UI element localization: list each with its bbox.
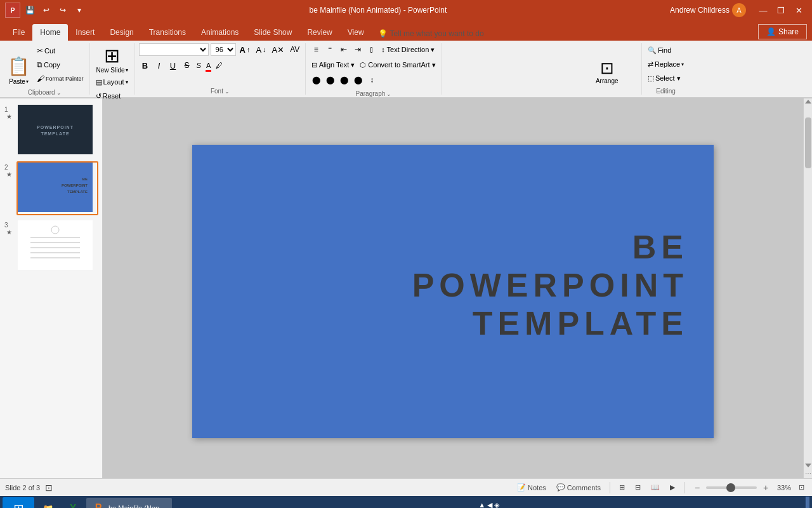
- font-size-select[interactable]: 96: [211, 43, 236, 56]
- strikethrough-button[interactable]: S: [181, 59, 193, 72]
- char-spacing-button[interactable]: AV: [288, 43, 301, 56]
- start-button[interactable]: ⊞: [3, 497, 34, 508]
- share-label: Share: [778, 27, 799, 36]
- tab-design[interactable]: Design: [102, 24, 141, 41]
- undo-quickaccess[interactable]: ↩: [39, 3, 53, 17]
- slide-thumb-1[interactable]: [16, 104, 98, 157]
- title-bar-controls: Andrew Childress A — ❐ ✕: [670, 3, 807, 17]
- fit-page-button[interactable]: ⊡: [796, 482, 807, 493]
- scroll-up-arrow[interactable]: [805, 100, 811, 104]
- format-painter-button[interactable]: 🖌 Format Painter: [35, 72, 86, 85]
- line-spacing-button[interactable]: ↕: [365, 74, 378, 86]
- font-color-button[interactable]: A: [204, 59, 213, 72]
- underline-button[interactable]: U: [167, 59, 180, 72]
- slideshow-icon: ▶: [670, 483, 675, 491]
- text-shadow-button[interactable]: S: [195, 59, 203, 72]
- show-desktop-button[interactable]: [806, 497, 809, 508]
- clear-format-button[interactable]: A✕: [270, 43, 286, 56]
- share-button[interactable]: 👤 Share: [758, 24, 807, 39]
- share-icon: 👤: [766, 27, 776, 36]
- reading-view-button[interactable]: 📖: [648, 482, 662, 493]
- restore-button[interactable]: ❐: [773, 3, 789, 17]
- tab-file[interactable]: File: [5, 24, 32, 41]
- numbering-button[interactable]: ⁼: [324, 43, 336, 56]
- tab-view[interactable]: View: [340, 24, 372, 41]
- align-text-button[interactable]: ⊟ Align Text ▾: [310, 58, 357, 71]
- text-direction-button[interactable]: ↕ Text Direction ▾: [379, 43, 436, 56]
- slide-item-2[interactable]: 2 ★: [4, 161, 98, 215]
- format-painter-icon: 🖌: [37, 74, 44, 83]
- taskbar-app-excel[interactable]: X: [61, 498, 85, 508]
- status-right: 📝 Notes 💬 Comments ⊞ ⊟ 📖 ▶ − + 33%: [514, 481, 807, 494]
- para-row1: ≡ ⁼ ⇤ ⇥ ⫿ ↕ Text Direction ▾: [310, 43, 436, 56]
- copy-label: Copy: [44, 61, 60, 69]
- tell-me-button[interactable]: 💡 Tell me what you want to do: [372, 27, 490, 41]
- find-button[interactable]: 🔍 Find: [646, 44, 686, 57]
- layout-button[interactable]: ▤ Layout ▾: [94, 76, 131, 88]
- paste-button[interactable]: 📋 Paste ▾: [4, 43, 34, 86]
- columns-button[interactable]: ⫿: [365, 43, 378, 56]
- cut-label: Cut: [44, 47, 55, 55]
- normal-view-button[interactable]: ⊞: [617, 482, 627, 493]
- italic-button[interactable]: I: [153, 59, 166, 72]
- slide-thumb-2[interactable]: [16, 161, 98, 215]
- minimize-button[interactable]: —: [755, 3, 771, 17]
- fit-slide-icon[interactable]: ⊡: [45, 483, 53, 493]
- align-center-button[interactable]: ⬤: [324, 74, 336, 86]
- highlight-color-button[interactable]: 🖊: [214, 59, 225, 72]
- copy-button[interactable]: ⧉ Copy: [35, 58, 86, 71]
- align-left-button[interactable]: ⬤: [310, 74, 322, 86]
- cut-button[interactable]: ✂ Cut: [35, 44, 86, 57]
- tell-me-icon: 💡: [378, 29, 388, 38]
- zoom-slider-thumb: [726, 483, 735, 492]
- font-expand[interactable]: ⌄: [225, 88, 230, 95]
- paragraph-expand[interactable]: ⌄: [386, 91, 391, 97]
- replace-button[interactable]: ⇄ Replace ▾: [646, 58, 686, 70]
- taskbar-app-powerpoint[interactable]: P be Mainfile (Non ...: [86, 498, 172, 508]
- redo-quickaccess[interactable]: ↪: [56, 3, 70, 17]
- tab-transitions[interactable]: Transitions: [141, 24, 193, 41]
- slide-panel[interactable]: 1 ★ 2 ★ 3 ★: [0, 98, 103, 478]
- notes-button[interactable]: 📝 Notes: [514, 482, 549, 493]
- increase-font-button[interactable]: A↑: [238, 43, 252, 56]
- slide-item-3[interactable]: 3 ★: [4, 219, 98, 273]
- tab-home[interactable]: Home: [32, 24, 68, 41]
- slideshow-button[interactable]: ▶: [667, 482, 678, 493]
- tab-animations[interactable]: Animations: [193, 24, 246, 41]
- scroll-down-arrow[interactable]: [805, 464, 811, 467]
- new-slide-button[interactable]: ⊞ New Slide ▾: [94, 43, 131, 75]
- slide-item-1[interactable]: 1 ★: [4, 104, 98, 157]
- clipboard-expand[interactable]: ⌄: [56, 90, 62, 96]
- align-right-button[interactable]: ⬤: [337, 74, 350, 86]
- comments-button[interactable]: 💬 Comments: [554, 482, 603, 493]
- bullets-button[interactable]: ≡: [310, 43, 322, 56]
- clipboard-group-label: Clipboard ⌄: [4, 88, 86, 96]
- dec-indent-button[interactable]: ⇤: [337, 43, 350, 56]
- save-quickaccess[interactable]: 💾: [23, 3, 37, 17]
- close-button[interactable]: ✕: [790, 3, 807, 17]
- vertical-scrollbar[interactable]: ⋯: [803, 98, 812, 478]
- justify-button[interactable]: ⬤: [351, 74, 364, 86]
- zoom-slider[interactable]: [706, 486, 757, 489]
- slide-main-canvas[interactable]: BE POWERPOINT TEMPLATE: [192, 145, 714, 438]
- scroll-thumb-v[interactable]: [805, 117, 811, 168]
- inc-indent-button[interactable]: ⇥: [351, 43, 364, 56]
- tab-review[interactable]: Review: [299, 24, 339, 41]
- customize-quickaccess[interactable]: ▾: [72, 3, 86, 17]
- convert-smartart-button[interactable]: ⬡ Convert to SmartArt ▾: [358, 58, 437, 71]
- slide-thumb-3[interactable]: [16, 219, 98, 273]
- zoom-plus-button[interactable]: +: [759, 481, 772, 494]
- decrease-font-button[interactable]: A↓: [254, 43, 268, 56]
- slide-sorter-button[interactable]: ⊟: [632, 482, 643, 493]
- zoom-level[interactable]: 33%: [777, 484, 791, 491]
- normal-view-icon: ⊞: [619, 483, 625, 491]
- taskbar-app-explorer[interactable]: 📁: [36, 498, 60, 508]
- tab-insert[interactable]: Insert: [68, 24, 102, 41]
- bold-button[interactable]: B: [139, 59, 152, 72]
- zoom-minus-button[interactable]: −: [691, 481, 704, 494]
- font-name-select[interactable]: [139, 43, 209, 56]
- arrange-button[interactable]: ⊡ Arrange: [577, 43, 638, 86]
- tab-slideshow[interactable]: Slide Show: [246, 24, 299, 41]
- select-button[interactable]: ⬚ Select ▾: [646, 72, 686, 84]
- comments-label: Comments: [567, 484, 601, 491]
